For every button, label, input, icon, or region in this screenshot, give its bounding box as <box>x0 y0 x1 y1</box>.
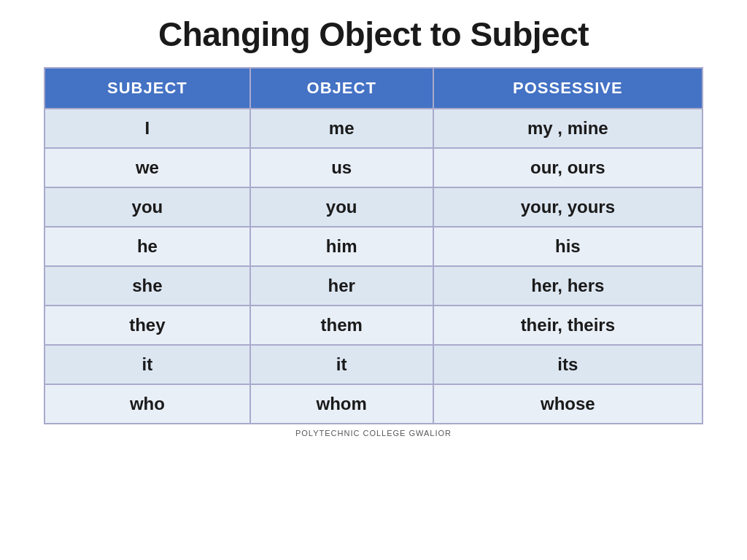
cell-row5-col0: they <box>44 306 250 345</box>
footer-text: POLYTECHNIC COLLEGE GWALIOR <box>295 429 452 438</box>
cell-row1-col0: we <box>44 148 250 187</box>
cell-row0-col2: my , mine <box>433 109 703 148</box>
header-possessive: POSSESSIVE <box>433 68 703 109</box>
cell-row2-col1: you <box>250 187 433 227</box>
cell-row0-col1: me <box>250 109 433 148</box>
cell-row3-col1: him <box>250 227 433 266</box>
pronoun-table: SUBJECT OBJECT POSSESSIVE Imemy , minewe… <box>44 67 703 424</box>
cell-row7-col2: whose <box>433 384 703 424</box>
table-row: whowhomwhose <box>44 384 703 424</box>
table-row: hehimhis <box>44 227 703 266</box>
cell-row5-col2: their, theirs <box>433 306 703 345</box>
cell-row1-col2: our, ours <box>433 148 703 187</box>
cell-row2-col0: you <box>44 187 250 227</box>
cell-row4-col2: her, hers <box>433 266 703 306</box>
cell-row0-col0: I <box>44 109 250 148</box>
cell-row1-col1: us <box>250 148 433 187</box>
table-row: weusour, ours <box>44 148 703 187</box>
cell-row6-col2: its <box>433 345 703 384</box>
header-subject: SUBJECT <box>44 68 250 109</box>
cell-row2-col2: your, yours <box>433 187 703 227</box>
table-row: sheherher, hers <box>44 266 703 306</box>
cell-row5-col1: them <box>250 306 433 345</box>
cell-row7-col0: who <box>44 384 250 424</box>
table-row: Imemy , mine <box>44 109 703 148</box>
cell-row7-col1: whom <box>250 384 433 424</box>
page-title: Changing Object to Subject <box>158 15 589 54</box>
cell-row4-col1: her <box>250 266 433 306</box>
cell-row4-col0: she <box>44 266 250 306</box>
table-header-row: SUBJECT OBJECT POSSESSIVE <box>44 68 703 109</box>
table-row: theythemtheir, theirs <box>44 306 703 345</box>
header-object: OBJECT <box>250 68 433 109</box>
cell-row3-col2: his <box>433 227 703 266</box>
table-row: youyouyour, yours <box>44 187 703 227</box>
cell-row6-col1: it <box>250 345 433 384</box>
cell-row6-col0: it <box>44 345 250 384</box>
cell-row3-col0: he <box>44 227 250 266</box>
table-row: ititits <box>44 345 703 384</box>
